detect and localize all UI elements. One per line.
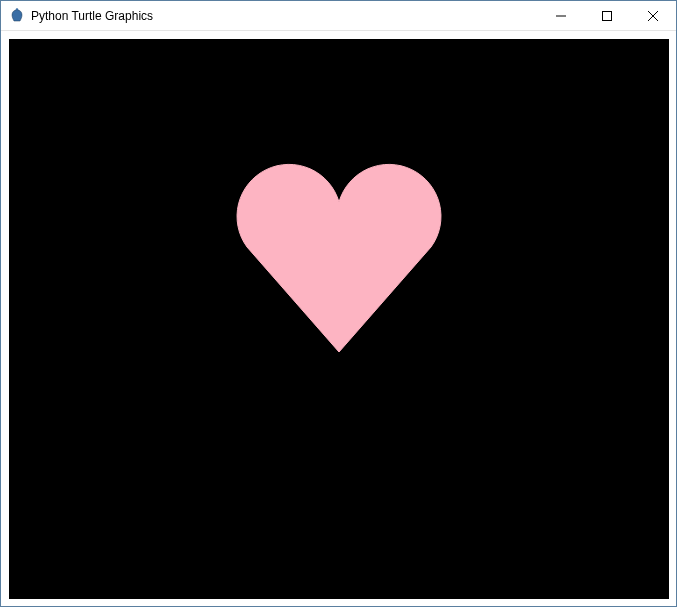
window-title: Python Turtle Graphics bbox=[31, 9, 538, 23]
svg-rect-2 bbox=[603, 11, 612, 20]
close-button[interactable] bbox=[630, 1, 676, 30]
svg-point-0 bbox=[16, 8, 19, 10]
turtle-icon bbox=[9, 8, 25, 24]
window-controls bbox=[538, 1, 676, 30]
turtle-canvas bbox=[9, 39, 669, 599]
heart-icon bbox=[229, 157, 449, 361]
window-titlebar: Python Turtle Graphics bbox=[1, 1, 676, 31]
maximize-button[interactable] bbox=[584, 1, 630, 30]
minimize-button[interactable] bbox=[538, 1, 584, 30]
